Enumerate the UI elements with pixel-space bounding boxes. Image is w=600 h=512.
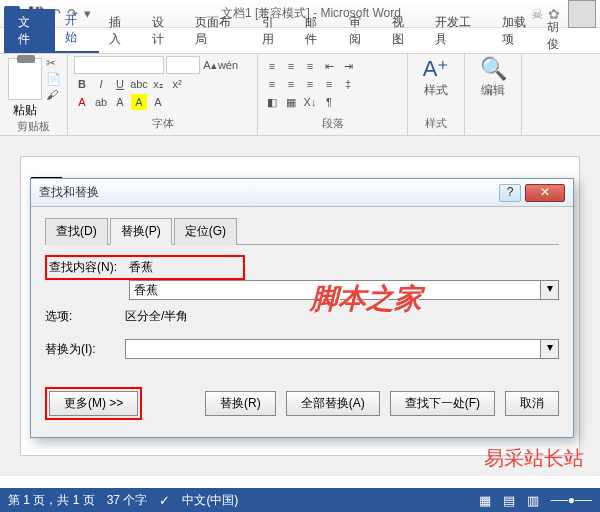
tab-view[interactable]: 视图 (382, 9, 425, 53)
numbering-icon[interactable]: ≡ (283, 58, 299, 74)
dialog-title: 查找和替换 (39, 184, 499, 201)
styles-group-label: 样式 (414, 116, 458, 133)
tab-insert[interactable]: 插入 (99, 9, 142, 53)
web-layout-icon[interactable]: ▥ (527, 493, 539, 508)
phonetic-icon[interactable]: wén (220, 57, 236, 73)
sort-icon[interactable]: X↓ (302, 94, 318, 110)
find-row-highlight: 查找内容(N): 香蕉 (45, 255, 245, 280)
tab-references[interactable]: 引用 (252, 9, 295, 53)
italic-button[interactable]: I (93, 76, 109, 92)
tab-home[interactable]: 开始 (55, 7, 98, 53)
bullets-icon[interactable]: ≡ (264, 58, 280, 74)
options-label: 选项: (45, 308, 125, 325)
status-language[interactable]: 中文(中国) (182, 492, 238, 509)
tab-design[interactable]: 设计 (142, 9, 185, 53)
dialog-help-button[interactable]: ? (499, 184, 521, 202)
superscript-icon[interactable]: x² (169, 76, 185, 92)
char-border-icon[interactable]: A (150, 94, 166, 110)
indent-dec-icon[interactable]: ⇤ (321, 58, 337, 74)
cut-icon[interactable]: ✂ (46, 56, 61, 70)
cancel-button[interactable]: 取消 (505, 391, 559, 416)
multilevel-icon[interactable]: ≡ (302, 58, 318, 74)
indent-inc-icon[interactable]: ⇥ (340, 58, 356, 74)
print-layout-icon[interactable]: ▦ (479, 493, 491, 508)
dialog-tabs: 查找(D) 替换(P) 定位(G) (45, 217, 559, 245)
align-left-icon[interactable]: ≡ (264, 76, 280, 92)
editing-button[interactable]: 🔍 编辑 (471, 56, 515, 99)
paste-label[interactable]: 粘贴 (13, 102, 37, 119)
line-spacing-icon[interactable]: ‡ (340, 76, 356, 92)
shading-icon[interactable]: A (131, 94, 147, 110)
find-label: 查找内容(N): (49, 259, 129, 276)
replace-dropdown-icon[interactable]: ▾ (541, 339, 559, 359)
tab-file[interactable]: 文件 (4, 9, 55, 53)
find-icon: 🔍 (480, 56, 507, 82)
text-effects-icon[interactable]: A (112, 94, 128, 110)
dialog-tab-goto[interactable]: 定位(G) (174, 218, 237, 245)
tab-layout[interactable]: 页面布局 (185, 9, 252, 53)
group-styles: A⁺ 样式 样式 (408, 54, 465, 135)
dialog-tab-replace[interactable]: 替换(P) (110, 218, 172, 245)
group-editing: 🔍 编辑 (465, 54, 522, 135)
show-marks-icon[interactable]: ¶ (321, 94, 337, 110)
username-label[interactable]: 胡俊 (547, 19, 570, 53)
format-painter-icon[interactable]: 🖌 (46, 88, 61, 102)
clipboard-group-label: 剪贴板 (6, 119, 61, 136)
replace-button[interactable]: 替换(R) (205, 391, 276, 416)
status-words[interactable]: 37 个字 (107, 492, 148, 509)
read-mode-icon[interactable]: ▤ (503, 493, 515, 508)
font-family-combo[interactable] (74, 56, 164, 74)
bold-button[interactable]: B (74, 76, 90, 92)
justify-icon[interactable]: ≡ (321, 76, 337, 92)
grow-font-icon[interactable]: A▴ (202, 57, 218, 73)
zoom-slider[interactable]: ──●── (551, 493, 592, 507)
tab-addins[interactable]: 加载项 (492, 9, 547, 53)
watermark-main: 脚本之家 (310, 280, 422, 318)
subscript-icon[interactable]: x₂ (150, 76, 166, 92)
user-avatar[interactable] (568, 0, 596, 28)
dialog-tab-find[interactable]: 查找(D) (45, 218, 108, 245)
group-paragraph: ≡ ≡ ≡ ⇤ ⇥ ≡ ≡ ≡ ≡ ‡ ◧ ▦ X↓ ¶ 段落 (258, 54, 408, 135)
font-group-label: 字体 (74, 116, 251, 133)
group-clipboard: 粘贴 ✂ 📄 🖌 剪贴板 (0, 54, 68, 135)
status-page[interactable]: 第 1 页，共 1 页 (8, 492, 95, 509)
replace-all-button[interactable]: 全部替换(A) (286, 391, 380, 416)
dialog-buttons: 更多(M) >> 替换(R) 全部替换(A) 查找下一处(F) 取消 (45, 387, 559, 420)
tab-mailings[interactable]: 邮件 (295, 9, 338, 53)
dialog-close-button[interactable]: ✕ (525, 184, 565, 202)
find-next-button[interactable]: 查找下一处(F) (390, 391, 495, 416)
find-replace-dialog: 查找和替换 ? ✕ 查找(D) 替换(P) 定位(G) 查找内容(N): 香蕉 … (30, 178, 574, 438)
underline-button[interactable]: U (112, 76, 128, 92)
paste-icon[interactable] (8, 58, 42, 100)
more-button[interactable]: 更多(M) >> (49, 391, 138, 416)
status-bar: 第 1 页，共 1 页 37 个字 ✓ 中文(中国) ▦ ▤ ▥ ──●── (0, 488, 600, 512)
tab-review[interactable]: 审阅 (339, 9, 382, 53)
spellcheck-icon[interactable]: ✓ (159, 493, 170, 508)
font-color-icon[interactable]: A (74, 94, 90, 110)
tab-developer[interactable]: 开发工具 (425, 9, 492, 53)
ribbon: 粘贴 ✂ 📄 🖌 剪贴板 A▴ wén B I U abc x₂ (0, 54, 600, 136)
align-right-icon[interactable]: ≡ (302, 76, 318, 92)
watermark-site: 易采站长站 (484, 445, 584, 472)
align-center-icon[interactable]: ≡ (283, 76, 299, 92)
styles-icon: A⁺ (423, 56, 450, 82)
group-font: A▴ wén B I U abc x₂ x² A ab A A A 字体 (68, 54, 258, 135)
dialog-body: 查找(D) 替换(P) 定位(G) 查找内容(N): 香蕉 ▾ 选项: 区分全/… (31, 207, 573, 430)
ribbon-tabs: 文件 开始 插入 设计 页面布局 引用 邮件 审阅 视图 开发工具 加载项 胡俊 (0, 28, 600, 54)
replace-input[interactable] (125, 339, 541, 359)
paragraph-group-label: 段落 (264, 116, 401, 133)
font-size-combo[interactable] (166, 56, 200, 74)
strikethrough-icon[interactable]: abc (131, 76, 147, 92)
find-value-text: 香蕉 (129, 259, 153, 276)
highlight-icon[interactable]: ab (93, 94, 109, 110)
styles-button[interactable]: A⁺ 样式 (414, 56, 458, 99)
dialog-titlebar[interactable]: 查找和替换 ? ✕ (31, 179, 573, 207)
borders-icon[interactable]: ▦ (283, 94, 299, 110)
find-dropdown-icon[interactable]: ▾ (541, 280, 559, 300)
replace-label: 替换为(I): (45, 341, 125, 358)
options-value: 区分全/半角 (125, 308, 188, 325)
copy-icon[interactable]: 📄 (46, 72, 61, 86)
fill-icon[interactable]: ◧ (264, 94, 280, 110)
